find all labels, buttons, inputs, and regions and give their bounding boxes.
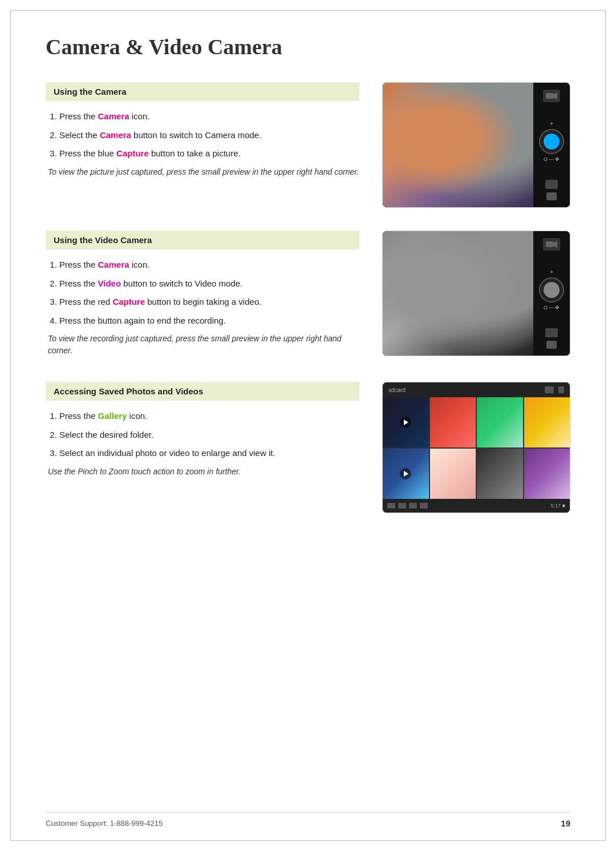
accessing-saved-block: Accessing Saved Photos and Videos Press … [46,382,359,478]
cam-icon-d [546,341,557,349]
video-mode-icon [546,240,557,248]
video-step-3: Press the red Capture button to begin ta… [59,296,359,309]
page-border-left [10,10,11,841]
using-video-section: Using the Video Camera Press the Camera … [46,231,570,377]
zoom-dash: — [549,156,554,162]
accessing-saved-left: Accessing Saved Photos and Videos Press … [46,382,359,498]
gallery-screenshot: sdcard [382,382,570,513]
using-camera-left: Using the Camera Press the Camera icon. … [46,82,359,199]
play-overlay-2 [400,468,411,479]
zoom-plus: + [550,120,553,127]
footer-page-number: 19 [561,818,570,828]
accessing-saved-right: sdcard [382,382,570,513]
play-overlay-1 [400,417,411,428]
gallery-nav-icons [387,503,428,509]
video-screenshot: + O — ✤ [382,231,570,356]
play-triangle-2 [404,471,408,477]
cam-icon-a [545,180,558,189]
camera-note: To view the picture just captured, press… [46,166,359,178]
zoom-label-o: O [544,156,548,162]
video-step-2: Press the Video button to switch to Vide… [59,277,359,291]
gallery-nav-home [409,503,417,509]
camera-bottom-icons-2 [545,328,558,349]
using-camera-block: Using the Camera Press the Camera icon. … [46,82,359,178]
saved-step-3: Select an individual photo or video to e… [59,447,359,460]
zoom-label-settings-v: ✤ [555,305,560,310]
capture-keyword-2: Capture [112,297,145,306]
camera-sidebar-2: + O — ✤ [533,231,570,356]
using-camera-header: Using the Camera [46,82,359,101]
accessing-saved-section: Accessing Saved Photos and Videos Press … [46,382,570,513]
gallery-topbar-label: sdcard [388,387,406,393]
using-video-steps: Press the Camera icon. Press the Video b… [46,259,359,327]
accessing-saved-steps: Press the Gallery icon. Select the desir… [46,410,359,460]
gallery-cell-6 [430,449,476,499]
camera-mode-icon [546,92,557,100]
gallery-play-icon [545,386,554,393]
camera-keyword-v1: Camera [98,260,129,269]
footer-bar: Customer Support: 1-888-999-4215 19 [46,812,570,828]
gallery-cell-3 [477,397,523,447]
gallery-cell-7 [477,449,523,499]
using-camera-section: Using the Camera Press the Camera icon. … [46,82,570,226]
video-note: To view the recording just captured, pre… [46,333,359,357]
gallery-cell-1 [383,397,429,447]
saved-step-1: Press the Gallery icon. [59,410,359,423]
gallery-topbar-icons [545,386,564,393]
page-border-bottom [10,840,606,841]
footer-support: Customer Support: 1-888-999-4215 [46,819,163,828]
saved-step-2: Select the desired folder. [59,429,359,442]
camera-screenshot-1: + O — ✤ [382,82,570,208]
camera-step-3: Press the blue Capture button to take a … [59,147,359,160]
saved-note: Use the Pinch to Zoom touch action to zo… [46,466,359,478]
cam-icon-b [546,192,557,200]
using-video-left: Using the Video Camera Press the Camera … [46,231,359,377]
camera-step-1: Press the Camera icon. [59,110,359,123]
gallery-cell-8 [524,449,570,499]
play-triangle-1 [404,420,408,425]
gallery-cell-2 [430,397,476,447]
zoom-dot-1 [544,134,560,150]
using-video-right: + O — ✤ [382,231,570,374]
gallery-cell-5 [383,449,429,499]
zoom-plus-v: + [550,268,553,275]
accessing-saved-header: Accessing Saved Photos and Videos [46,382,359,401]
gallery-topbar: sdcard [383,382,570,397]
using-video-header: Using the Video Camera [46,231,359,249]
gallery-nav-menu [420,503,428,509]
zoom-dot-2 [544,282,560,298]
zoom-dash-v: — [549,305,554,310]
camera-photo-preview [383,83,533,207]
gallery-keyword: Gallery [98,411,127,421]
camera-step-2: Select the Camera button to switch to Ca… [59,129,359,142]
zoom-label-o-v: O [544,305,548,310]
camera-sidebar-1: + O — ✤ [533,83,570,207]
cam-icon-c [545,328,558,337]
gallery-nav-forward [398,503,406,509]
video-top-icon [543,238,560,251]
svg-rect-2 [546,241,553,247]
gallery-bottombar: 5:17 ■ [383,499,570,513]
gallery-menu-icon [558,386,564,393]
gallery-status-text: 5:17 ■ [551,503,565,509]
page-title: Camera & Video Camera [46,34,570,59]
capture-keyword-1: Capture [116,148,149,158]
svg-rect-0 [546,93,553,99]
content-area: Camera & Video Camera Using the Camera P… [0,0,616,563]
camera-keyword-1: Camera [98,111,129,121]
gallery-nav-back [387,503,395,509]
using-camera-steps: Press the Camera icon. Select the Camera… [46,110,359,160]
svg-marker-1 [553,92,557,99]
video-step-4: Press the button again to end the record… [59,314,359,328]
zoom-label-settings: ✤ [555,156,560,162]
page-border-right [605,10,606,841]
camera-bottom-icons-1 [545,180,558,200]
camera-top-icon [543,90,560,102]
gallery-grid [383,397,570,499]
camera-keyword-2: Camera [100,130,131,140]
gallery-cell-4 [524,397,570,447]
using-video-block: Using the Video Camera Press the Camera … [46,231,359,357]
page-border-top [10,10,606,11]
zoom-wheel-2 [539,277,564,303]
video-preview [383,231,533,356]
